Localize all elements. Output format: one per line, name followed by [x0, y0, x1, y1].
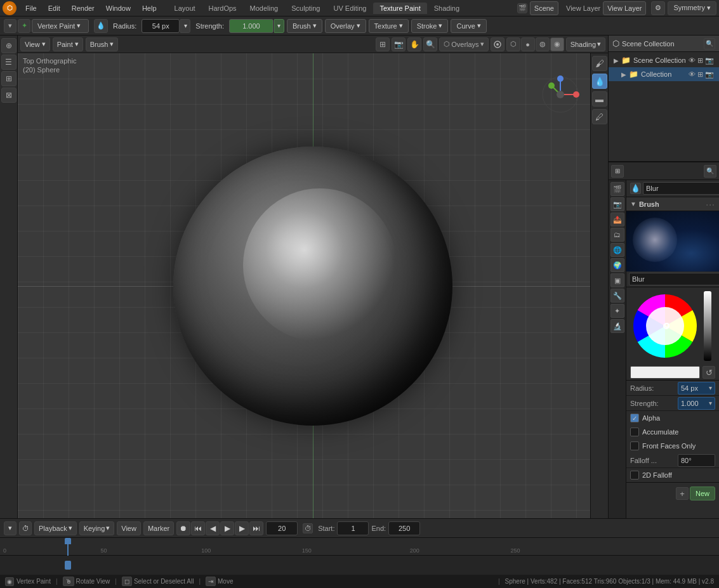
props-output-icon[interactable]: 📤 [610, 212, 624, 226]
menu-render[interactable]: Render [67, 3, 100, 13]
render-icon-outliner[interactable]: 📷 [705, 56, 714, 65]
screen-icon[interactable]: ⊞ [697, 56, 703, 65]
menu-edit[interactable]: Edit [43, 3, 65, 13]
tool-btn-3[interactable]: ⊞ [1, 71, 16, 86]
render-shading-btn[interactable]: ◉ [550, 37, 564, 51]
brush-sub-name-input[interactable] [629, 273, 719, 285]
vp-camera-btn[interactable]: 📷 [392, 37, 406, 51]
front-faces-checkbox[interactable] [630, 441, 639, 450]
keying-btn[interactable]: Keying ▾ [79, 521, 115, 535]
current-frame-display[interactable]: 20 [266, 521, 298, 535]
wire-shading-btn[interactable]: ⬡ [506, 37, 520, 51]
timeline-area[interactable]: 0 50 100 150 200 250 [0, 537, 719, 574]
color-wheel-svg[interactable] [630, 291, 700, 361]
collection-render-icon[interactable]: 📷 [705, 70, 714, 79]
marker-btn[interactable]: Marker [143, 521, 174, 535]
strength-input[interactable] [229, 19, 274, 33]
radius-input[interactable] [142, 19, 180, 33]
playback-btn[interactable]: Playback ▾ [34, 521, 77, 535]
props-display-btn[interactable]: ⊞ [611, 165, 624, 178]
vp-view-btn[interactable]: View ▾ [20, 37, 50, 51]
symmetry-btn[interactable]: Symmetry ▾ [668, 1, 716, 15]
timeline-view-btn[interactable]: View [117, 521, 141, 535]
start-frame-display[interactable]: 1 [337, 521, 369, 535]
brush-section-toggle[interactable]: ▼ Brush ··· [626, 197, 719, 211]
alpha-checkbox[interactable]: ✓ [630, 414, 639, 422]
curve-btn[interactable]: Curve ▾ [451, 19, 486, 33]
vertex-paint-icon[interactable]: ✦ [18, 19, 30, 33]
menu-help[interactable]: Help [137, 3, 162, 13]
props-modifier-icon[interactable]: 🔧 [610, 289, 624, 303]
radius-down-btn[interactable]: ▾ [180, 19, 190, 33]
workspace-sculpting[interactable]: Sculpting [285, 3, 326, 14]
paint-erase-tool[interactable]: ▬ [592, 91, 607, 107]
props-view-layer-icon[interactable]: 🗂 [610, 228, 624, 242]
strength-down-btn[interactable]: ▾ [274, 19, 284, 33]
scene-collection-item[interactable]: ▶ 📁 Scene Collection 👁 ⊞ 📷 [609, 53, 719, 67]
vp-grid-btn[interactable]: ⊞ [376, 37, 390, 51]
alpha-checkbox-item[interactable]: ✓ Alpha [630, 414, 715, 422]
options-btn[interactable]: ⚙ [651, 1, 665, 15]
color-brightness-strip[interactable] [704, 291, 711, 361]
paint-smear-tool[interactable]: 🖊 [592, 109, 607, 124]
stop-btn[interactable]: ⏺ [176, 521, 190, 535]
strength-prop-value[interactable]: 1.000 ▾ [678, 397, 715, 410]
paint-fill-tool[interactable]: 💧 [592, 74, 607, 89]
props-scene-icon[interactable]: 🎬 [610, 182, 624, 196]
props-render-icon[interactable]: 📷 [610, 197, 624, 211]
shading-select-btn[interactable]: Shading ▾ [566, 37, 605, 51]
workspace-texture-paint[interactable]: Texture Paint [373, 3, 426, 14]
solid-shading-btn[interactable]: ● [521, 37, 535, 51]
color-preview-box[interactable] [630, 366, 700, 379]
brush-menu-btn[interactable]: Brush ▾ [287, 19, 322, 33]
play-btn[interactable]: ▶ [220, 521, 234, 535]
props-scene2-icon[interactable]: 🌐 [610, 243, 624, 257]
vp-brush-btn[interactable]: Brush ▾ [86, 37, 119, 51]
vertex-paint-mode-btn[interactable]: Vertex Paint ▾ [32, 19, 89, 33]
viewport[interactable]: Top Orthographic (20) Sphere X [18, 53, 608, 518]
timeline-content[interactable] [0, 556, 719, 575]
color-wheel-canvas[interactable] [630, 291, 700, 361]
props-search-btn[interactable]: 🔍 [704, 165, 716, 178]
new-btn[interactable]: New [690, 487, 715, 500]
view-layer-select[interactable]: View Layer [603, 1, 646, 15]
props-add-btn[interactable]: + [676, 487, 689, 500]
workspace-shading[interactable]: Shading [428, 3, 466, 14]
vp-render-icon-btn[interactable] [491, 37, 505, 51]
timeline-time-icon[interactable]: ⏱ [19, 521, 32, 535]
workspace-modeling[interactable]: Modeling [244, 3, 285, 14]
next-frame-btn[interactable]: ▶ [235, 521, 249, 535]
material-shading-btn[interactable]: ◍ [536, 37, 550, 51]
accumulate-checkbox[interactable] [630, 428, 639, 436]
workspace-layout[interactable]: Layout [168, 3, 202, 14]
props-object-icon[interactable]: ▣ [610, 273, 624, 287]
vp-zoom-btn[interactable]: 🔍 [423, 37, 437, 51]
accumulate-checkbox-item[interactable]: Accumulate [630, 428, 715, 436]
falloff-prop-value[interactable]: 80° [678, 454, 715, 467]
brush-name-input[interactable] [643, 182, 719, 195]
tool-btn-4[interactable]: ⊠ [1, 88, 16, 103]
timeline-mode-btn[interactable]: ▾ [4, 521, 16, 535]
tool-btn-1[interactable]: ⊕ [1, 38, 16, 53]
radius-control[interactable]: ▾ [142, 19, 190, 33]
outliner-filter-btn[interactable]: 🔍 [704, 38, 715, 49]
mode-icon[interactable]: ▾ [4, 19, 16, 33]
menu-window[interactable]: Window [101, 3, 136, 13]
paint-brush-tool[interactable]: 🖌 [592, 56, 607, 71]
overlay-btn[interactable]: Overlay ▾ [325, 19, 366, 33]
collection-screen-icon[interactable]: ⊞ [697, 70, 703, 79]
nav-gizmo-svg[interactable]: X Y Z [541, 75, 579, 114]
front-faces-checkbox-item[interactable]: Front Faces Only [630, 441, 715, 450]
falloff-2d-checkbox[interactable] [630, 471, 639, 480]
vp-paint-btn[interactable]: Paint ▾ [53, 37, 83, 51]
stroke-btn[interactable]: Stroke ▾ [411, 19, 449, 33]
timeline-ruler[interactable]: 0 50 100 150 200 250 [0, 538, 719, 556]
prev-keyframe-btn[interactable]: ⏮ [191, 521, 205, 535]
prev-frame-btn[interactable]: ◀ [206, 521, 220, 535]
workspace-uv-editing[interactable]: UV Editing [327, 3, 373, 14]
radius-prop-value[interactable]: 54 px ▾ [678, 382, 715, 395]
eye-icon[interactable]: 👁 [689, 56, 696, 65]
menu-file[interactable]: File [20, 3, 42, 13]
workspace-hardops[interactable]: HardOps [202, 3, 243, 14]
texture-btn[interactable]: Texture ▾ [369, 19, 409, 33]
